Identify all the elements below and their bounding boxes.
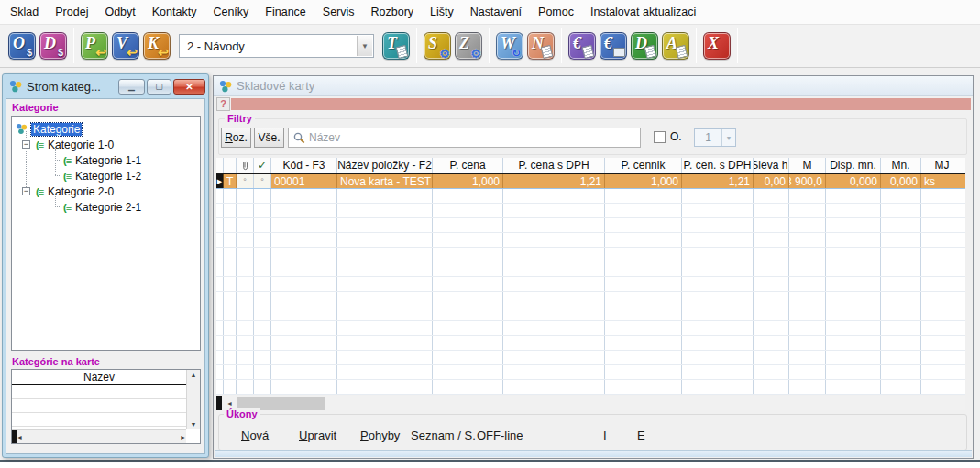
tree-item-kategorie-2-1[interactable]: (≡Kategorie 2-1 <box>63 199 141 215</box>
korekce-icon[interactable]: K↩ <box>143 32 171 60</box>
menu-item-cen-ky[interactable]: Ceníky <box>204 0 257 24</box>
prijemky-icon[interactable]: P↩ <box>81 32 108 60</box>
scroll-up-icon[interactable]: ▲ <box>191 372 197 378</box>
action-button-pohyby[interactable]: Pohyby <box>360 429 400 445</box>
euro-terminal-icon[interactable]: € <box>600 32 627 60</box>
tree-root-kategorie[interactable]: Kategorie <box>16 121 82 137</box>
action-button-upravit[interactable]: Upravit <box>299 429 336 445</box>
help-button[interactable]: ? <box>216 97 230 111</box>
main-window-titlebar[interactable]: Skladové karty <box>214 76 973 96</box>
tisk-icon[interactable]: T <box>382 32 410 60</box>
toolbar-separator <box>489 28 490 63</box>
column-header-sleva-h[interactable]: Sleva h. <box>754 158 789 173</box>
doklady-icon[interactable]: D <box>631 32 658 60</box>
menu-item-finance[interactable]: Finance <box>257 0 314 24</box>
tree-item-kategorie-1-1[interactable]: (≡Kategorie 1-1 <box>63 152 141 168</box>
poznamky-icon[interactable]: N <box>527 32 555 60</box>
bottom-status-strip <box>215 450 972 457</box>
list-column-header[interactable]: Název <box>12 370 186 385</box>
app-icon <box>9 80 22 93</box>
column-header-m[interactable]: M <box>789 158 826 173</box>
scroll-right-icon[interactable]: ► <box>180 434 186 440</box>
menu-item-rozbory[interactable]: Rozbory <box>363 0 423 24</box>
menu-item-nastaven[interactable]: Nastavení <box>462 0 530 24</box>
column-header-p-cena[interactable]: P. cena <box>433 158 503 173</box>
grid-horizontal-scrollbar[interactable]: ◄ <box>216 396 965 410</box>
window-bottom-edge <box>0 460 980 462</box>
column-header-p-cen-s-dph[interactable]: P. cen. s DPH <box>682 158 754 173</box>
column-header-k-d-f3[interactable]: Kód - F3 <box>271 158 337 173</box>
menu-item-pomoc[interactable]: Pomoc <box>530 0 582 24</box>
action-button-e[interactable]: E <box>637 429 645 445</box>
action-button-nov[interactable]: Nová <box>241 429 269 445</box>
left-window-titlebar[interactable]: Strom kateg... ▁ ▢ ✕ <box>3 74 208 96</box>
tree-item-kategorie-1-2[interactable]: (≡Kategorie 1-2 <box>63 168 141 184</box>
o-checkbox[interactable] <box>654 131 666 143</box>
objednavky-icon[interactable]: O$ <box>8 32 36 60</box>
column-header-1[interactable] <box>224 158 237 173</box>
cell: ks <box>921 174 963 188</box>
filter-button-roz[interactable]: Roz. <box>221 128 251 148</box>
gear-icon: ⚙ <box>439 48 450 60</box>
web-sync-icon[interactable]: W↻ <box>496 32 523 60</box>
menu-item-odbyt[interactable]: Odbyt <box>96 0 143 24</box>
list-horizontal-scrollbar[interactable]: ◄ ► <box>12 429 186 443</box>
tree-collapse-icon[interactable]: − <box>22 187 30 195</box>
receipt-overlay-icon <box>676 45 688 59</box>
check-icon[interactable]: ✓ <box>254 158 271 173</box>
splitter-handle[interactable] <box>216 396 222 410</box>
agenda-icon[interactable]: A <box>662 32 689 60</box>
euro-doklad-icon[interactable]: € <box>568 32 596 60</box>
tree-item-kategorie-2-0[interactable]: (≡Kategorie 2-0 <box>36 184 114 199</box>
minimize-button[interactable]: ▁ <box>118 79 145 95</box>
menu-item-instalovat-aktualizaci[interactable]: Instalovat aktualizaci <box>582 0 704 24</box>
menu-item-prodej[interactable]: Prodej <box>47 0 96 24</box>
scroll-down-icon[interactable]: ▼ <box>191 421 197 428</box>
vydejky-icon[interactable]: V↩ <box>112 32 139 60</box>
menu-item-kontakty[interactable]: Kontakty <box>144 0 205 24</box>
filter-button-v-e[interactable]: Vše. <box>254 128 284 148</box>
menu-item-sklad[interactable]: Sklad <box>2 0 47 24</box>
category-icon: (≡ <box>63 202 71 213</box>
table-row-selected[interactable]: ▶T°°00001Nova karta - TEST1,0001,211,000… <box>216 174 965 189</box>
receipt-overlay-icon <box>541 45 554 59</box>
tree-collapse-icon[interactable]: − <box>22 140 30 149</box>
action-button-seznam-s[interactable]: Seznam / S. <box>411 429 476 445</box>
action-button-off-line[interactable]: OFF-line <box>477 429 523 445</box>
tree-item-kategorie-1-0[interactable]: (≡Kategorie 1-0 <box>36 137 114 152</box>
list-empty-row <box>12 413 186 427</box>
scroll-left-icon[interactable]: ◄ <box>17 434 23 440</box>
column-header-disp-mn[interactable]: Disp. mn. <box>826 158 881 173</box>
category-tree: Kategorie−(≡Kategorie 1-0(≡Kategorie 1-1… <box>11 116 201 351</box>
menu-item-li-ty[interactable]: Lišty <box>422 0 462 24</box>
zavrit-icon[interactable]: X <box>703 32 731 60</box>
maximize-button[interactable]: ▢ <box>147 79 171 95</box>
page-combobox[interactable]: 1 ▼ <box>694 128 736 147</box>
check-cell: ° <box>254 174 271 188</box>
sestavy-icon[interactable]: S⚙ <box>424 32 451 60</box>
list-empty-row <box>12 399 186 413</box>
column-header-p-cena-s-dph[interactable]: P. cena s DPH <box>503 158 605 173</box>
action-button-i[interactable]: I <box>603 429 607 445</box>
toolbar-separator <box>737 28 738 63</box>
menu-item-servis[interactable]: Servis <box>314 0 363 24</box>
close-button[interactable]: ✕ <box>173 79 205 95</box>
scroll-left-icon[interactable]: ◄ <box>226 400 233 407</box>
table-row-empty <box>216 277 965 292</box>
column-header-0[interactable] <box>216 158 224 173</box>
tree-selected-label: Kategorie <box>31 123 82 136</box>
zpracovani-icon[interactable]: Z⚙ <box>455 32 482 60</box>
category-combobox[interactable]: 2 - Návody▼ <box>179 34 374 58</box>
toolbar-separator <box>561 28 562 63</box>
column-header-mj[interactable]: MJ <box>921 158 963 173</box>
column-header-p-cennik[interactable]: P. cennik <box>605 158 682 173</box>
list-vertical-scrollbar[interactable]: ▲ ▼ <box>186 370 200 429</box>
column-header-mn[interactable]: Mn. <box>881 158 921 173</box>
dodaci-listy-icon[interactable]: D$ <box>39 32 67 60</box>
paperclip-icon[interactable] <box>237 158 254 173</box>
filters-group-label: Filtry <box>225 113 255 124</box>
table-row-empty <box>216 233 965 248</box>
tree-item-label: Kategorie 1-2 <box>75 170 141 183</box>
column-header-n-zev-polo-ky-f2[interactable]: Název položky - F2 <box>337 158 433 173</box>
search-input[interactable] <box>309 129 637 146</box>
